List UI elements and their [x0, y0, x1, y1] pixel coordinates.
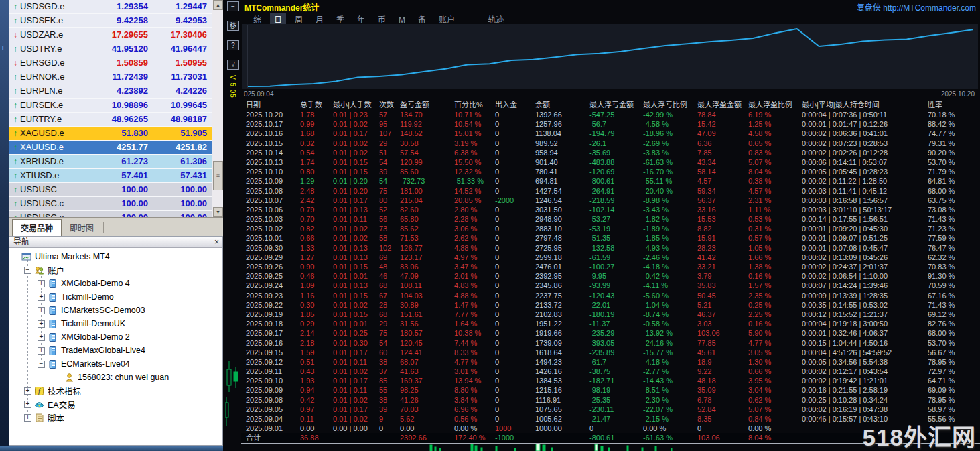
market-row[interactable]: ↑USDSGD.e1.293541.29447 [9, 0, 212, 14]
stats-row[interactable]: 2025.09.080.420.01 | 0.023841.263.84 %01… [241, 395, 980, 405]
market-row[interactable]: ↑EURNOK.e11.7243911.73031 [9, 70, 212, 84]
stats-row[interactable]: 2025.10.072.420.01 | 0.1780215.0420.85 %… [241, 196, 980, 205]
tree-item-user[interactable]: 1568023: chun wei guan [9, 371, 222, 384]
market-row[interactable]: ↑EURSEK.e10.9889610.99645 [9, 99, 212, 113]
brand-link[interactable]: 复盘侠 http://MTCommander.com [857, 1, 976, 13]
cell: 46.37 [697, 310, 748, 319]
collapse-icon[interactable]: − [38, 361, 45, 368]
cell: 0 [495, 357, 535, 367]
cell: -1.89 % [643, 224, 697, 233]
stats-row[interactable]: 2025.10.100.800.01 | 0.153985.6012.32 %0… [241, 167, 980, 176]
expand-icon[interactable]: + [38, 294, 45, 301]
market-row[interactable]: ↑XBRUSD.e61.27361.306 [9, 155, 212, 169]
tree-item-server[interactable]: +XMGlobal-Demo 2 [9, 330, 222, 344]
market-row[interactable]: ↑XAUUSD.e4251.774251.82 [9, 141, 212, 155]
tree-item-script[interactable]: +脚本 [9, 411, 222, 424]
market-row[interactable]: ↑EURPLN.e4.238924.24226 [9, 84, 212, 99]
bid-cell: 61.273 [94, 155, 153, 168]
stats-row[interactable]: 2025.09.241.090.01 | 0.1368108.114.83 %0… [241, 281, 980, 290]
market-row[interactable]: ↑USDUSC100.00100.00 [9, 183, 212, 197]
bid-cell: 57.401 [94, 169, 153, 182]
expand-icon[interactable]: + [24, 401, 31, 408]
stats-row[interactable]: 2025.09.110.430.01 | 0.023741.633.01 %01… [241, 367, 980, 376]
stats-row[interactable]: 2025.09.101.930.01 | 0.1785169.3713.94 %… [241, 376, 980, 385]
market-row[interactable]: ↑XTIUSD.e57.40157.431 [9, 169, 212, 183]
stats-row[interactable]: 2025.09.162.180.01 | 0.3054120.457.44 %0… [241, 338, 980, 348]
expand-icon[interactable]: + [38, 347, 45, 355]
scrollbar-up-icon[interactable]: ▲ [213, 0, 223, 10]
tree-item-ea[interactable]: +EA交易 [9, 397, 222, 411]
stats-row[interactable]: 2025.10.082.480.01 | 0.2075181.0014.52 %… [241, 186, 980, 196]
cell: 82.60 [400, 205, 454, 214]
cell: -547.25 [589, 110, 643, 119]
market-row[interactable]: ↑XAGUSD.e51.83051.905 [9, 127, 212, 141]
tree-item-server[interactable]: +Tickmill-DemoUK [9, 317, 222, 330]
expand-icon[interactable]: + [24, 414, 31, 422]
help-button[interactable]: ? [227, 40, 239, 50]
close-icon[interactable]: × [214, 237, 219, 247]
expand-icon[interactable]: + [24, 387, 31, 395]
ask-cell: 100.00 [153, 183, 212, 196]
stats-row[interactable]: 2025.10.030.700.01 | 0.115665.802.28 %02… [241, 214, 980, 224]
stats-row[interactable]: 2025.10.170.990.01 | 0.0295119.9210.54 %… [241, 119, 980, 129]
tree-item-server[interactable]: +XMGlobal-Demo 4 [9, 277, 222, 290]
expand-icon[interactable]: + [38, 320, 45, 328]
stats-row[interactable]: 2025.10.201.780.01 | 0.2357134.7010.71 %… [241, 110, 980, 119]
stats-row[interactable]: 2025.09.220.300.01 | 0.022830.891.47 %02… [241, 300, 980, 310]
stats-row[interactable]: 2025.10.140.540.01 | 0.025157.546.38 %09… [241, 148, 980, 157]
stats-row[interactable]: 2025.09.250.460.01 | 0.014647.092.01 %02… [241, 271, 980, 281]
tree-item-server[interactable]: +TradeMaxGlobal-Live4 [9, 344, 222, 357]
cell: 41.26 [400, 395, 454, 405]
cell: -800.61 [589, 433, 643, 442]
cell: -4.93 % [643, 243, 697, 253]
stats-row[interactable]: 2025.09.120.510.01 | 0.113868.074.77 %01… [241, 357, 980, 367]
scrollbar-down-icon[interactable]: ▼ [213, 207, 223, 217]
expand-icon[interactable]: + [38, 334, 45, 341]
tree-item-accounts[interactable]: −账户 [9, 263, 222, 277]
market-row[interactable]: ↑USDTRY.e41.9512041.96447 [9, 42, 212, 56]
market-watch-scrollbar[interactable]: ▲ ≡ ▼ [212, 0, 223, 217]
stats-row[interactable]: 2025.09.260.900.01 | 0.154883.063.47 %02… [241, 262, 980, 271]
stats-row[interactable]: 2025.09.151.590.01 | 0.1760124.418.33 %0… [241, 348, 980, 357]
header-cell: 最大浮亏金额 [589, 100, 643, 110]
cell: 30.58 [400, 139, 454, 148]
tree-item-server[interactable]: +ICMarketsSC-Demo03 [9, 304, 222, 317]
tree-item-server[interactable]: −ECMarkets-Live04 [9, 357, 222, 371]
market-row[interactable]: ↑USDSEK.e9.422589.42953 [9, 14, 212, 28]
market-row[interactable]: ↑USDUSC.c100.00100.00 [9, 197, 212, 211]
cell: 0.01 | 0.02 [333, 414, 379, 424]
stats-row[interactable]: 2025.09.291.270.01 | 0.1369123.174.97 %0… [241, 253, 980, 262]
stats-row[interactable]: 2025.09.050.970.01 | 0.173970.036.96 %01… [241, 405, 980, 414]
stats-row[interactable]: 2025.10.150.320.01 | 0.022930.583.19 %09… [241, 139, 980, 148]
tree-item-indicator[interactable]: +f技术指标 [9, 384, 222, 397]
stats-row[interactable]: 2025.10.010.660.01 | 0.025871.532.62 %02… [241, 233, 980, 243]
move-button[interactable]: 移 [227, 21, 239, 31]
market-row[interactable]: ↓EURSGD.e1.508591.50955 [9, 56, 212, 70]
scrollbar-thumb[interactable]: ≡ [213, 161, 223, 190]
cell: 71.43 % [928, 300, 980, 310]
stats-row[interactable]: 2025.09.090.940.01 | 0.115598.258.80 %01… [241, 385, 980, 395]
market-row[interactable]: ↑EURTRY.e48.9626548.98187 [9, 113, 212, 127]
collapse-icon[interactable]: − [24, 267, 31, 274]
market-row[interactable]: ↑USDUSC.e100.00100.00 [9, 211, 212, 217]
minimize-button[interactable]: − [227, 1, 239, 11]
market-row[interactable]: ↓USDZAR.e17.2965517.30406 [9, 28, 212, 42]
stats-row[interactable]: 2025.10.060.790.01 | 0.135282.602.80 %03… [241, 205, 980, 214]
stats-row[interactable]: 2025.09.180.290.01 | 0.012931.561.64 %01… [241, 319, 980, 328]
stats-row[interactable]: 2025.09.301.330.01 | 0.13102126.774.88 %… [241, 243, 980, 253]
stats-row[interactable]: 2025.10.131.740.01 | 0.1554120.9915.50 %… [241, 157, 980, 167]
tab-tick-chart[interactable]: 即时图 [62, 220, 102, 236]
tab-symbols[interactable]: 交易品种 [12, 219, 62, 236]
stats-row[interactable]: 2025.09.191.850.01 | 0.1568151.617.77 %0… [241, 310, 980, 319]
stats-row[interactable]: 2025.09.172.140.01 | 0.2575180.5710.38 %… [241, 328, 980, 338]
tree-item-server[interactable]: +Tickmill-Demo [9, 290, 222, 304]
stats-row[interactable]: 2025.10.161.680.01 | 0.17107148.5215.01 … [241, 129, 980, 138]
stats-row[interactable]: 2025.10.020.820.01 | 0.027385.623.06 %02… [241, 224, 980, 233]
stats-row[interactable]: 2025.10.091.290.01 | 0.2054-732.73-51.33… [241, 176, 980, 186]
tree-item-platform[interactable]: Ultima Markets MT4 [9, 250, 222, 263]
server-icon [48, 332, 58, 342]
expand-icon[interactable]: + [38, 307, 45, 314]
expand-icon[interactable]: + [38, 280, 45, 287]
check-button[interactable]: √ [227, 60, 239, 70]
stats-row[interactable]: 2025.09.231.160.01 | 0.1567104.034.88 %0… [241, 291, 980, 300]
